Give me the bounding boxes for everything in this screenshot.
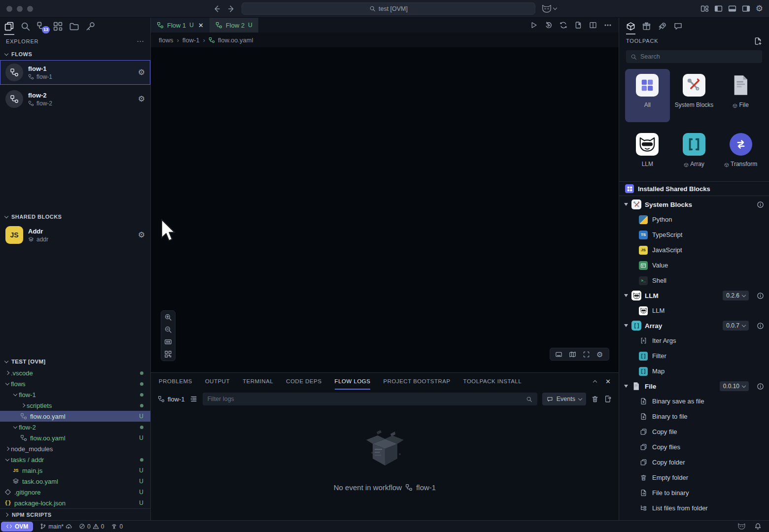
- tree-row[interactable]: flow.oo.yamlU: [0, 432, 150, 443]
- block-item[interactable]: Binary save as file: [619, 394, 769, 409]
- toolpack-search-field[interactable]: Search: [626, 50, 762, 63]
- auto-layout-icon[interactable]: [164, 350, 172, 358]
- ovm-menu[interactable]: [541, 4, 557, 13]
- block-item[interactable]: Copy folder: [619, 455, 769, 470]
- panel-tab-code-deps[interactable]: CODE DEPS: [286, 373, 321, 390]
- deploy-rocket-icon[interactable]: [658, 22, 667, 31]
- block-group-header[interactable]: File0.0.10: [619, 379, 769, 394]
- console-panel-icon[interactable]: [555, 351, 562, 358]
- version-dropdown[interactable]: 0.2.6: [723, 291, 749, 300]
- npm-scripts-section[interactable]: NPM SCRIPTS: [0, 508, 150, 520]
- flow-list-item[interactable]: flow-1flow-1⚙: [0, 60, 150, 85]
- block-item[interactable]: >_Shell: [619, 273, 769, 288]
- shared-block-settings-gear-icon[interactable]: ⚙: [138, 231, 145, 239]
- files-explorer-icon[interactable]: [4, 21, 14, 32]
- toolpack-category-all[interactable]: All: [625, 69, 670, 122]
- tree-row[interactable]: flow-2: [0, 422, 150, 432]
- toolpack-icon[interactable]: [626, 22, 635, 31]
- close-window-button[interactable]: [6, 6, 12, 12]
- tree-row[interactable]: .gitignoreU: [0, 487, 150, 498]
- flow-settings-gear-icon[interactable]: ⚙: [138, 95, 145, 103]
- tree-row[interactable]: {}package-lock.jsonU: [0, 498, 150, 508]
- log-view-mode-icon[interactable]: [190, 395, 198, 403]
- tree-row[interactable]: JSmain.jsU: [0, 465, 150, 476]
- minimize-window-button[interactable]: [17, 6, 23, 12]
- block-item[interactable]: Map: [619, 364, 769, 379]
- toggle-panel-icon[interactable]: [728, 4, 736, 13]
- folder-icon[interactable]: [69, 21, 79, 32]
- split-editor-icon[interactable]: [589, 21, 597, 29]
- flows-section-header[interactable]: FLOWS: [0, 48, 150, 60]
- fit-view-icon[interactable]: [164, 338, 172, 346]
- command-center-search[interactable]: test [OVM]: [242, 2, 535, 15]
- block-group-header[interactable]: System Blocks: [619, 197, 769, 212]
- tree-row[interactable]: tasks / addr: [0, 454, 150, 465]
- minimap-icon[interactable]: [569, 351, 576, 358]
- tree-row[interactable]: scriptlets: [0, 400, 150, 411]
- export-logs-icon[interactable]: [604, 395, 612, 403]
- panel-tab-project-bootstrap[interactable]: PROJECT BOOTSTRAP: [383, 373, 450, 390]
- block-item[interactable]: List files from folder: [619, 500, 769, 516]
- more-actions-icon[interactable]: [604, 21, 612, 29]
- block-item[interactable]: Iter Args: [619, 333, 769, 348]
- block-item[interactable]: JSJavaScript: [619, 242, 769, 258]
- panel-tab-toolpack-install[interactable]: TOOLPACK INSTALL: [463, 373, 522, 390]
- breadcrumb-item[interactable]: flow.oo.yaml: [209, 36, 253, 44]
- toolpack-category-llm[interactable]: LLM: [625, 128, 670, 181]
- forward-icon[interactable]: [227, 4, 236, 13]
- tree-row[interactable]: task.oo.yamlU: [0, 476, 150, 487]
- clear-logs-icon[interactable]: [591, 395, 599, 403]
- key-icon[interactable]: [85, 21, 96, 32]
- run-flow-icon[interactable]: [530, 21, 538, 29]
- workspace-tree-header[interactable]: TEST [OVM]: [0, 356, 150, 367]
- editor-tab[interactable]: Flow 2U: [210, 18, 258, 33]
- new-toolpack-icon[interactable]: [754, 37, 762, 45]
- info-icon[interactable]: [757, 383, 764, 390]
- problems-status[interactable]: 0 0: [79, 523, 104, 530]
- info-icon[interactable]: [757, 201, 764, 208]
- notifications-bell-icon[interactable]: [754, 523, 762, 530]
- block-item[interactable]: Binary to file: [619, 409, 769, 424]
- info-icon[interactable]: [757, 292, 764, 299]
- flow-list-item[interactable]: flow-2flow-2⚙: [0, 87, 150, 111]
- block-item[interactable]: Copy flies: [619, 439, 769, 455]
- toggle-sidebar-icon[interactable]: [714, 4, 723, 13]
- block-item[interactable]: Copy file: [619, 424, 769, 439]
- collapse-triangle-icon[interactable]: [624, 203, 628, 206]
- customize-layout-icon[interactable]: [700, 4, 709, 13]
- block-item[interactable]: Python: [619, 212, 769, 227]
- shared-block-item[interactable]: JSAddraddr⚙: [0, 223, 150, 247]
- tree-row[interactable]: flows: [0, 378, 150, 389]
- collapse-triangle-icon[interactable]: [624, 324, 628, 327]
- flows-icon[interactable]: 13: [36, 21, 47, 32]
- tree-row[interactable]: flow.oo.yamlU: [0, 411, 150, 422]
- toolpack-category-file[interactable]: File: [718, 69, 763, 122]
- maximize-window-button[interactable]: [27, 6, 33, 12]
- flow-canvas[interactable]: ⚙: [151, 47, 619, 372]
- window-controls[interactable]: [6, 6, 33, 12]
- remote-indicator[interactable]: OVM: [1, 522, 33, 532]
- breadcrumb-item[interactable]: flows: [159, 36, 174, 44]
- panel-tab-terminal[interactable]: TERMINAL: [243, 373, 273, 390]
- toolpack-category-transform[interactable]: Transform: [718, 128, 763, 181]
- block-item[interactable]: Value: [619, 258, 769, 273]
- tree-row[interactable]: node_modules: [0, 443, 150, 454]
- settings-gear-icon[interactable]: ⚙: [756, 4, 763, 13]
- canvas-settings-gear-icon[interactable]: ⚙: [596, 351, 604, 358]
- toggle-secondary-sidebar-icon[interactable]: [742, 4, 750, 13]
- open-changes-icon[interactable]: [574, 21, 582, 29]
- extensions-gift-icon[interactable]: [642, 22, 651, 31]
- version-dropdown[interactable]: 0.0.10: [720, 381, 749, 391]
- collapse-triangle-icon[interactable]: [624, 294, 628, 297]
- maximize-panel-icon[interactable]: [593, 380, 597, 384]
- version-dropdown[interactable]: 0.0.7: [723, 321, 749, 331]
- block-item[interactable]: TSTypeScript: [619, 227, 769, 242]
- info-icon[interactable]: [757, 322, 764, 330]
- close-tab-icon[interactable]: ✕: [198, 22, 204, 29]
- zoom-in-icon[interactable]: [164, 313, 172, 321]
- collapse-triangle-icon[interactable]: [624, 385, 628, 388]
- debug-run-icon[interactable]: [545, 21, 553, 29]
- panel-tab-output[interactable]: OUTPUT: [205, 373, 230, 390]
- search-icon[interactable]: [20, 21, 31, 32]
- toolpack-category-system-blocks[interactable]: System Blocks: [672, 69, 717, 122]
